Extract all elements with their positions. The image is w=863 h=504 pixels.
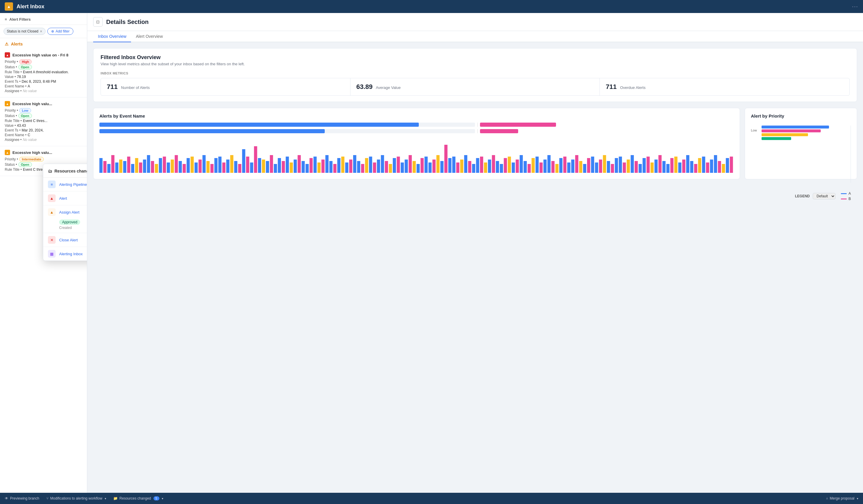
svg-rect-88	[448, 158, 452, 173]
svg-rect-9	[135, 158, 138, 173]
alert-2-rule: Rule Title • Event C thres...	[5, 119, 82, 123]
event-bar-bg-2	[99, 129, 475, 133]
svg-rect-64	[353, 155, 357, 173]
svg-rect-63	[349, 159, 352, 173]
alert-3-priority: Priority • Intermediate	[5, 157, 82, 161]
merge-icon: ⑃	[826, 496, 828, 501]
popup-icon-pipeline: ≡	[48, 181, 55, 188]
svg-rect-93	[468, 161, 472, 173]
popup-row-assign-alert[interactable]: ▲ Assign Alert Approved Created	[43, 205, 87, 233]
legend-items: A B	[841, 191, 851, 201]
legend-label-b: B	[849, 197, 851, 201]
alert-item-1-title: ▲ Excessive high value on - Fri 8	[5, 52, 82, 57]
popup-alert-name[interactable]: Alert	[59, 196, 87, 201]
top-bar: ▲ Alert Inbox ···	[0, 0, 863, 13]
svg-rect-21	[183, 164, 186, 173]
metrics-grid: 711 Number of Alerts 63.89 Average Value…	[101, 78, 850, 96]
mini-chart-area	[99, 140, 734, 174]
svg-rect-13	[151, 161, 154, 173]
svg-rect-40	[258, 158, 261, 173]
popup-row-close-alert[interactable]: ✕ Close Alert Approved	[43, 233, 87, 247]
svg-rect-23	[190, 157, 194, 173]
workflow-item[interactable]: ⑂ Modifications to alerting workflow ▾	[47, 496, 106, 501]
popup-row-alerting-pipeline[interactable]: ≡ Alerting Pipeline Approved · DA	[43, 178, 87, 191]
event-bar-bg-1	[99, 122, 475, 127]
priority-badge-high: High	[19, 60, 32, 64]
svg-rect-84	[433, 159, 436, 173]
svg-rect-66	[361, 164, 364, 173]
priority-bar-blue-1	[762, 126, 829, 129]
svg-rect-70	[377, 159, 380, 173]
priority-bars-group	[762, 126, 846, 140]
svg-rect-20	[179, 161, 182, 173]
event-bar-b-1	[480, 122, 556, 127]
svg-rect-18	[171, 159, 174, 173]
svg-rect-76	[401, 163, 404, 173]
popup-row-alert[interactable]: ▲ Alert Approved	[43, 191, 87, 205]
filter-chip-close[interactable]: ×	[40, 29, 42, 34]
previewing-branch-item: 👁 Previewing branch	[5, 496, 39, 501]
svg-rect-107	[524, 161, 527, 173]
merge-chevron: ▾	[857, 497, 858, 500]
svg-rect-62	[345, 163, 348, 173]
svg-rect-36	[242, 149, 246, 173]
popup-pipeline-name[interactable]: Alerting Pipeline	[59, 182, 87, 187]
svg-rect-50	[298, 155, 301, 173]
status-filter-chip[interactable]: Status is not Closed ×	[3, 28, 46, 35]
alert-1-event-ts: Event Ts • Dec 8, 2023, 8:48 PM	[5, 79, 82, 83]
svg-rect-101	[500, 164, 503, 173]
svg-rect-43	[270, 155, 273, 173]
popup-close-name[interactable]: Close Alert	[59, 238, 87, 242]
svg-rect-73	[389, 164, 392, 173]
alert-item-1[interactable]: ▲ Excessive high value on - Fri 8 Priori…	[0, 49, 87, 98]
chart-priority-title: Alert by Priority	[751, 114, 851, 118]
main-content: ⊡ Details Section Inbox Overview Alert O…	[87, 13, 863, 493]
svg-rect-83	[428, 163, 432, 173]
svg-rect-11	[143, 159, 146, 173]
svg-rect-147	[682, 159, 686, 173]
resources-changed-item[interactable]: 📁 Resources changed 5 ▾	[113, 496, 163, 501]
svg-rect-120	[575, 155, 578, 173]
metric-alerts-value: 711	[107, 83, 118, 90]
alert-2-value: Value • 43.43	[5, 124, 82, 128]
alert-item-2-name: Excessive high valu...	[12, 102, 52, 106]
svg-rect-144	[671, 158, 674, 173]
priority-badge-intermediate: Intermediate	[19, 157, 44, 161]
priority-bar-yellow-1	[762, 133, 808, 136]
svg-rect-33	[230, 155, 233, 173]
popup-assign-name[interactable]: Assign Alert	[59, 210, 87, 215]
svg-rect-72	[385, 161, 388, 173]
popup-assign-badge: Approved	[59, 220, 80, 225]
legend-item-b: B	[841, 197, 851, 201]
alerts-section-header: ⚠ Alerts	[0, 38, 87, 49]
resources-icon: 📁	[113, 496, 118, 501]
priority-badge-low: Low	[19, 108, 31, 113]
popup-inbox-name[interactable]: Alerting Inbox	[59, 252, 87, 256]
svg-rect-137	[643, 158, 646, 173]
popup-header-content: 🗂 Resources changed	[48, 169, 87, 173]
popup-icon-close: ✕	[48, 236, 55, 244]
alert-2-priority: Priority • Low	[5, 108, 82, 113]
alert-item-2[interactable]: ▲ Excessive high valu... Priority • Low …	[0, 98, 87, 146]
filtered-overview-desc: View high level metrics about the subset…	[101, 62, 850, 66]
add-filter-button[interactable]: ⊕ Add filter	[47, 28, 73, 35]
svg-rect-114	[551, 161, 554, 173]
popup-row-alerting-inbox[interactable]: ▦ Alerting Inbox	[43, 247, 87, 261]
legend-select[interactable]: Default	[813, 193, 836, 199]
resources-label: Resources changed	[120, 496, 151, 501]
alert-1-priority: Priority • High	[5, 60, 82, 64]
svg-rect-129	[611, 164, 614, 173]
popup-header: 🗂 Resources changed ↗	[43, 164, 87, 178]
collapse-button[interactable]: ⊡	[93, 17, 103, 27]
top-bar-menu[interactable]: ···	[852, 3, 858, 10]
svg-rect-121	[579, 161, 582, 173]
svg-rect-14	[155, 164, 158, 173]
sidebar: ≡ Alert Filters Status is not Closed × ⊕…	[0, 13, 87, 493]
tab-alert-overview[interactable]: Alert Overview	[131, 31, 167, 42]
svg-rect-32	[226, 159, 229, 173]
alert-1-value: Value • 78.19	[5, 75, 82, 79]
legend-item-a: A	[841, 191, 851, 196]
main-layout: ≡ Alert Filters Status is not Closed × ⊕…	[0, 13, 863, 493]
tab-inbox-overview[interactable]: Inbox Overview	[93, 31, 131, 42]
merge-proposal-item[interactable]: ⑃ Merge proposal ▾	[826, 496, 858, 501]
